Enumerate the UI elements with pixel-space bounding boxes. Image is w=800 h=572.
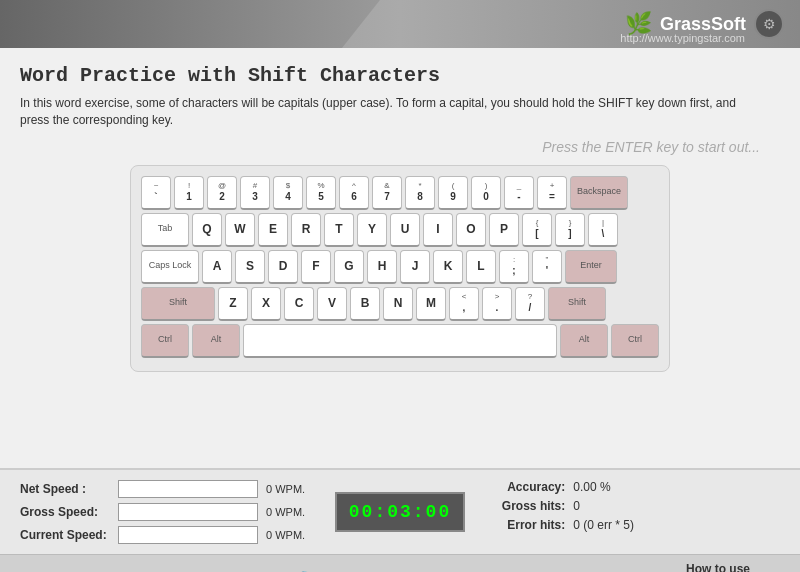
key-alt-right[interactable]: Alt [560,324,608,358]
net-speed-input[interactable] [118,480,258,498]
key-capslock[interactable]: Caps Lock [141,250,199,284]
current-speed-input[interactable] [118,526,258,544]
stats-right: Accuracy: 0.00 % Gross hits: 0 Error hit… [485,480,780,544]
key-x[interactable]: X [251,287,281,321]
error-hits-label: Error hits: [485,518,565,532]
key-row-bottom: Ctrl Alt Alt Ctrl [141,324,659,358]
current-speed-label: Current Speed: [20,528,110,542]
header-url: http://www.typingstar.com [620,32,745,44]
key-g[interactable]: G [334,250,364,284]
press-enter-message: Press the ENTER key to start out... [20,139,780,155]
accuracy-value: 0.00 % [573,480,610,494]
back-button[interactable]: Back ↩ [16,566,83,573]
page-title: Word Practice with Shift Characters [20,64,780,87]
description: In this word exercise, some of character… [20,95,740,129]
key-period[interactable]: >. [482,287,512,321]
key-t[interactable]: T [324,213,354,247]
key-ctrl-left[interactable]: Ctrl [141,324,189,358]
stats-left: Net Speed : 0 WPM. Gross Speed: 0 WPM. C… [20,480,315,544]
header-left-bar [0,0,380,48]
key-e[interactable]: E [258,213,288,247]
key-lbracket[interactable]: {[ [522,213,552,247]
stats-center: 00:03:00 [335,480,465,544]
current-speed-row: Current Speed: 0 WPM. [20,526,315,544]
timer-display: 00:03:00 [335,492,465,532]
key-shift-left[interactable]: Shift [141,287,215,321]
key-c[interactable]: C [284,287,314,321]
key-a[interactable]: A [202,250,232,284]
error-hits-row: Error hits: 0 (0 err * 5) [485,518,780,532]
key-n[interactable]: N [383,287,413,321]
key-k[interactable]: K [433,250,463,284]
gross-hits-label: Gross hits: [485,499,565,513]
main-content: Word Practice with Shift Characters In t… [0,48,800,468]
stats-area: Net Speed : 0 WPM. Gross Speed: 0 WPM. C… [0,468,800,554]
gross-speed-label: Gross Speed: [20,505,110,519]
error-hits-value: 0 (0 err * 5) [573,518,634,532]
key-b[interactable]: B [350,287,380,321]
key-backslash[interactable]: |\ [588,213,618,247]
key-o[interactable]: O [456,213,486,247]
gross-speed-unit: 0 WPM. [266,506,305,518]
settings-icon[interactable]: ⚙ [754,9,784,39]
key-4[interactable]: $4 [273,176,303,210]
key-minus[interactable]: _- [504,176,534,210]
gross-speed-input[interactable] [118,503,258,521]
net-speed-label: Net Speed : [20,482,110,496]
key-shift-right[interactable]: Shift [548,287,606,321]
footer: Back ↩ Select a Lesson 🖨 Options 🔧 How t… [0,554,800,572]
key-d[interactable]: D [268,250,298,284]
key-3[interactable]: #3 [240,176,270,210]
net-speed-unit: 0 WPM. [266,483,305,495]
key-p[interactable]: P [489,213,519,247]
key-row-numbers: ~` !1 @2 #3 $4 %5 ^6 &7 *8 (9 )0 _- += B… [141,176,659,210]
gross-hits-row: Gross hits: 0 [485,499,780,513]
key-w[interactable]: W [225,213,255,247]
key-0[interactable]: )0 [471,176,501,210]
net-speed-row: Net Speed : 0 WPM. [20,480,315,498]
key-5[interactable]: %5 [306,176,336,210]
key-enter[interactable]: Enter [565,250,617,284]
key-i[interactable]: I [423,213,453,247]
key-quote[interactable]: "' [532,250,562,284]
key-8[interactable]: *8 [405,176,435,210]
key-y[interactable]: Y [357,213,387,247]
key-comma[interactable]: <, [449,287,479,321]
key-s[interactable]: S [235,250,265,284]
key-slash[interactable]: ?/ [515,287,545,321]
key-alt-left[interactable]: Alt [192,324,240,358]
key-f[interactable]: F [301,250,331,284]
key-m[interactable]: M [416,287,446,321]
key-q[interactable]: Q [192,213,222,247]
key-6[interactable]: ^6 [339,176,369,210]
key-l[interactable]: L [466,250,496,284]
key-9[interactable]: (9 [438,176,468,210]
options-button[interactable]: Options 🔧 [236,566,328,573]
key-h[interactable]: H [367,250,397,284]
key-rbracket[interactable]: }] [555,213,585,247]
key-backspace[interactable]: Backspace [570,176,628,210]
gross-hits-value: 0 [573,499,580,513]
keyboard: ~` !1 @2 #3 $4 %5 ^6 &7 *8 (9 )0 _- += B… [130,165,670,372]
key-r[interactable]: R [291,213,321,247]
key-7[interactable]: &7 [372,176,402,210]
gross-speed-row: Gross Speed: 0 WPM. [20,503,315,521]
key-v[interactable]: V [317,287,347,321]
accuracy-row: Accuracy: 0.00 % [485,480,780,494]
current-speed-unit: 0 WPM. [266,529,305,541]
how-to-use[interactable]: How to use 👤 [686,562,750,573]
key-tab[interactable]: Tab [141,213,189,247]
key-1[interactable]: !1 [174,176,204,210]
key-backtick[interactable]: ~` [141,176,171,210]
key-ctrl-right[interactable]: Ctrl [611,324,659,358]
key-2[interactable]: @2 [207,176,237,210]
key-z[interactable]: Z [218,287,248,321]
key-u[interactable]: U [390,213,420,247]
accuracy-label: Accuracy: [485,480,565,494]
key-row-zxcv: Shift Z X C V B N M <, >. ?/ Shift [141,287,659,321]
key-semicolon[interactable]: :; [499,250,529,284]
key-j[interactable]: J [400,250,430,284]
key-space[interactable] [243,324,557,358]
select-lesson-button[interactable]: Select a Lesson 🖨 [91,566,228,572]
key-equals[interactable]: += [537,176,567,210]
